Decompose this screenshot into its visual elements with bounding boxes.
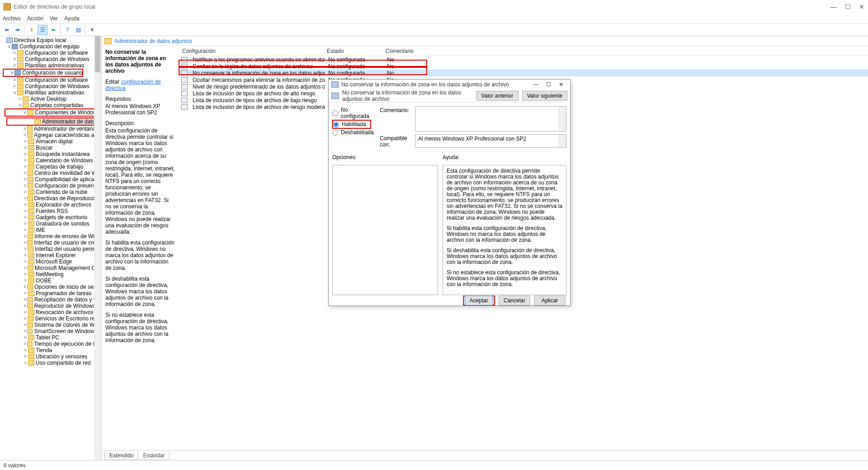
tree-node[interactable]: > SmartScreen de Windows Defen <box>1 328 101 334</box>
show-hide-tree-icon[interactable]: ☰ <box>38 25 47 35</box>
expand-icon[interactable]: ∨ <box>6 43 12 50</box>
tree-node[interactable]: > Programador de tareas <box>1 290 101 296</box>
expand-icon[interactable]: > <box>23 322 27 328</box>
forward-icon[interactable]: ➡ <box>13 25 23 35</box>
expand-icon[interactable]: > <box>23 341 27 347</box>
next-setting-button[interactable]: Valor siguiente <box>522 91 568 101</box>
tree-node[interactable]: > Informe de errores de Windows <box>1 233 101 240</box>
tree-node[interactable]: > Uso compartido de red <box>1 360 101 366</box>
tree-node[interactable]: > Microsoft Edge <box>1 258 101 265</box>
prev-setting-button[interactable]: Valor anterior <box>476 91 518 101</box>
tree-node[interactable]: > Tablet PC <box>1 334 101 341</box>
expand-icon[interactable]: > <box>23 252 28 258</box>
tree-node[interactable]: > Active Desktop <box>1 96 101 102</box>
expand-icon[interactable]: > <box>12 56 17 62</box>
col-estado[interactable]: Estado <box>323 48 382 54</box>
tree-node[interactable]: > Tienda <box>1 347 101 353</box>
tree-node[interactable]: > Configuración de software <box>1 77 101 83</box>
expand-icon[interactable]: > <box>23 246 28 252</box>
expand-icon[interactable]: > <box>23 309 28 315</box>
expand-icon[interactable]: > <box>12 62 17 69</box>
expand-icon[interactable]: > <box>17 102 23 108</box>
expand-icon[interactable]: > <box>23 195 27 202</box>
expand-icon[interactable]: > <box>23 284 27 290</box>
expand-icon[interactable]: > <box>23 290 28 296</box>
tree-node[interactable]: > Explorador de archivos <box>1 202 101 208</box>
tree-node[interactable]: > Configuración de Windows <box>1 83 101 89</box>
expand-icon[interactable]: > <box>23 214 28 221</box>
dialog-close-icon[interactable]: ✕ <box>555 80 567 89</box>
minimize-icon[interactable]: — <box>830 3 837 10</box>
expand-icon[interactable]: > <box>23 347 28 353</box>
expand-icon[interactable]: > <box>23 240 27 246</box>
tree-node[interactable]: > Centro de movilidad de Window <box>1 170 101 176</box>
col-comentario[interactable]: Comentario <box>382 48 427 54</box>
radio-enabled[interactable]: Habilitada <box>333 121 366 128</box>
scrollbar[interactable] <box>559 135 566 147</box>
tree-node[interactable]: > Carpetas de trabajo <box>1 164 101 170</box>
menu-archivo[interactable]: Archivo <box>3 15 21 22</box>
expand-icon[interactable]: > <box>23 183 28 189</box>
help-icon[interactable]: ? <box>62 25 72 35</box>
filter-icon[interactable]: ▼ <box>87 25 97 35</box>
expand-icon[interactable]: > <box>23 151 28 157</box>
expand-icon[interactable]: > <box>23 138 28 145</box>
menu-ver[interactable]: Ver <box>50 15 58 22</box>
tree-node[interactable]: > Opciones de inicio de sesión de <box>1 284 101 290</box>
tree-node[interactable]: > Sistema de colores de Windows <box>1 322 101 328</box>
tab-extendido[interactable]: Extendido <box>104 451 138 460</box>
tree-node[interactable]: > Almacén digital <box>1 138 101 145</box>
expand-icon[interactable]: > <box>23 265 28 271</box>
expand-icon[interactable]: > <box>23 157 28 164</box>
radio-disabled[interactable]: Deshabilitada <box>332 129 375 136</box>
radio-not-configured[interactable]: No configurada <box>332 106 375 120</box>
expand-icon[interactable]: > <box>23 132 27 138</box>
expand-icon[interactable]: > <box>23 208 28 214</box>
expand-icon[interactable]: ∨ <box>9 70 14 76</box>
tree-node[interactable]: Directiva Equipo local <box>1 37 101 43</box>
back-icon[interactable]: ⬅ <box>2 25 12 35</box>
scrollbar[interactable] <box>94 36 101 460</box>
tree-node[interactable]: ∨ Configuración de usuario <box>4 70 82 76</box>
dialog-minimize-icon[interactable]: — <box>529 80 542 89</box>
tree-node[interactable]: > Configuración de software <box>1 50 101 56</box>
tree-node[interactable]: > Internet Explorer <box>1 252 101 258</box>
tree-node[interactable]: > Ubicación y sensores <box>1 353 101 360</box>
tree-node[interactable]: > Interfaz del usuario perimetral <box>1 246 101 252</box>
scrollbar[interactable] <box>559 107 566 131</box>
expand-icon[interactable]: > <box>23 258 28 265</box>
expand-icon[interactable]: > <box>23 164 28 170</box>
expand-icon[interactable]: > <box>23 303 27 309</box>
expand-icon[interactable]: > <box>17 96 23 102</box>
tree-node[interactable]: > NetMeeting <box>1 271 101 277</box>
policy-row[interactable]: Confiar en la lógica de datos adjuntos d… <box>179 63 868 70</box>
tree-node[interactable]: > IME <box>1 227 101 233</box>
expand-icon[interactable]: > <box>12 83 17 89</box>
tree-node[interactable]: > Calendario de Windows <box>1 157 101 164</box>
expand-icon[interactable]: > <box>23 315 28 322</box>
expand-icon[interactable]: > <box>23 328 27 334</box>
expand-icon[interactable]: > <box>23 145 28 151</box>
expand-icon[interactable]: > <box>23 233 28 240</box>
cancel-button[interactable]: Cancelar <box>499 296 530 306</box>
tree-node[interactable]: > Grabadora de sonidos <box>1 221 101 227</box>
expand-icon[interactable]: > <box>23 334 28 341</box>
tree-node[interactable]: ∨ Plantillas administrativas <box>1 89 101 96</box>
tree-node[interactable]: > Servicios de Escritorio remoto <box>1 315 101 322</box>
tree-node[interactable]: ∨ Configuración del equipo <box>1 43 101 50</box>
expand-icon[interactable]: > <box>12 77 17 83</box>
maximize-icon[interactable]: ☐ <box>845 3 851 10</box>
expand-icon[interactable]: > <box>12 50 17 56</box>
tree-node[interactable]: > Agregar características a Window <box>1 132 101 138</box>
expand-icon[interactable]: > <box>23 189 28 195</box>
expand-icon[interactable]: > <box>23 271 28 277</box>
tree-node[interactable]: > Carpetas compartidas <box>1 102 101 108</box>
tree-node[interactable]: > Configuración de Windows <box>1 56 101 62</box>
tree-node[interactable]: > Plantillas administrativas <box>1 62 101 69</box>
tree-node[interactable]: > Contenido de la nube <box>1 189 101 195</box>
tree-node[interactable]: > Búsqueda instantánea <box>1 151 101 157</box>
apply-button[interactable]: Aplicar <box>534 296 566 306</box>
tree-node[interactable]: > Revocación de archivos <box>1 309 101 315</box>
tree-node[interactable]: > Gadgets de escritorio <box>1 214 101 221</box>
properties-icon[interactable]: ▤ <box>73 25 83 35</box>
